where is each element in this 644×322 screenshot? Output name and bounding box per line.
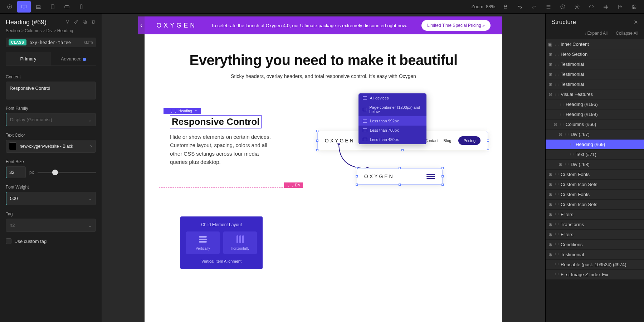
feature-div-selected[interactable]: ⋮⋮ Heading Responsive Control Hide or sh…: [159, 97, 303, 188]
tree-node[interactable]: ⊕⋮⋮Custom Fonts: [546, 190, 644, 199]
banner-collapse-icon[interactable]: ‹: [138, 16, 145, 34]
banner-logo: OXYGEN: [156, 22, 197, 29]
feature-heading[interactable]: Responsive Control: [170, 115, 262, 128]
viewport-tablet-landscape-button[interactable]: [60, 1, 74, 13]
undo-button[interactable]: [513, 1, 527, 13]
tree-node[interactable]: ⊖⋮⋮Visual Features: [546, 89, 644, 99]
tree-node[interactable]: ⊕⋮⋮Hero Section: [546, 49, 644, 59]
lock-button[interactable]: [499, 1, 512, 13]
canvas-page: ‹ OXYGEN To celebrate the launch of Oxyg…: [145, 16, 502, 322]
svg-rect-1: [22, 5, 26, 8]
font-weight-select[interactable]: 500⌄: [6, 192, 96, 205]
responsive-curve-icon: [335, 143, 371, 172]
hamburger-icon: [426, 174, 435, 179]
custom-tag-checkbox[interactable]: [6, 238, 11, 244]
grid-button[interactable]: [599, 1, 613, 13]
color-swatch[interactable]: [9, 142, 17, 150]
layout-vertical-option[interactable]: Vertically: [186, 231, 220, 254]
device-menu-item[interactable]: Less than 992px: [358, 116, 426, 126]
settings-button[interactable]: [570, 1, 584, 13]
layout-horizontal-option[interactable]: Horizontally: [223, 231, 257, 254]
tree-node[interactable]: ⊕⋮⋮Custom Icon Sets: [546, 180, 644, 189]
font-size-slider[interactable]: [38, 172, 96, 173]
text-color-label: Text Color: [6, 133, 96, 138]
mobile-nav-mockup[interactable]: OXYGEN: [357, 168, 443, 185]
tree-node[interactable]: ⋮⋮Text (#71): [546, 150, 644, 159]
feature-image-area[interactable]: All devices Page container (1200px) and …: [317, 97, 488, 188]
expand-all-button[interactable]: ↓Expand All: [585, 31, 608, 36]
structure-panel: Structure ✕ ↓Expand All ↑Collapse All ▣⋮…: [545, 14, 644, 322]
tree-node[interactable]: ⊕⋮⋮Transforms: [546, 220, 644, 229]
font-family-label: Font Family: [6, 106, 96, 111]
breadcrumb[interactable]: Section>Columns>Div>Heading: [6, 28, 96, 33]
device-menu-item[interactable]: Less than 480px: [358, 135, 426, 144]
tree-node[interactable]: ▣⋮⋮Inner Content: [546, 39, 644, 49]
structure-button[interactable]: [542, 1, 555, 13]
tree-node[interactable]: ⊕⋮⋮Testimonial: [546, 250, 644, 259]
class-name: oxy-header-three: [29, 40, 71, 45]
feature-text[interactable]: Hide or show elements on certain devices…: [170, 133, 274, 166]
div-label-badge[interactable]: ⋮⋮ Div: [284, 182, 303, 188]
tree-node[interactable]: ⊖⋮⋮Div (#67): [546, 130, 644, 139]
tree-node[interactable]: ⊕⋮⋮Testimonial: [546, 59, 644, 69]
zoom-label: Zoom: 88%: [472, 4, 496, 9]
layout-control-card[interactable]: Child Element Layout Vertically Horizont…: [180, 216, 263, 269]
code-button[interactable]: [585, 1, 598, 13]
device-menu-item[interactable]: All devices: [358, 93, 426, 103]
viewport-laptop-button[interactable]: [31, 1, 45, 13]
tree-node[interactable]: ⋮⋮Heading (#69): [546, 140, 644, 149]
banner-cta-button[interactable]: Limited Time Special Pricing »: [421, 20, 491, 31]
hero-title[interactable]: Everything you need to make it beautiful: [145, 52, 502, 68]
tab-advanced[interactable]: Advanced: [51, 52, 96, 65]
structure-tree: ▣⋮⋮Inner Content⊕⋮⋮Hero Section⊕⋮⋮Testim…: [546, 39, 644, 322]
tree-node[interactable]: ⊕⋮⋮Custom Icon Sets: [546, 200, 644, 209]
class-selector[interactable]: CLASS oxy-header-three state: [6, 38, 96, 47]
svg-rect-6: [504, 6, 507, 9]
tree-node[interactable]: ⋮⋮First Image Z Index Fix: [546, 270, 644, 279]
content-input[interactable]: Responsive Control: [6, 82, 96, 99]
tree-node[interactable]: ⋮⋮Heading (#199): [546, 109, 644, 119]
font-size-unit[interactable]: px: [29, 170, 34, 175]
tree-node[interactable]: ⊕⋮⋮Div (#68): [546, 160, 644, 169]
nav-logo-small: OXYGEN: [364, 174, 394, 179]
nav-pricing-button[interactable]: Pricing: [458, 136, 480, 145]
class-badge: CLASS: [9, 39, 26, 45]
clear-color-icon[interactable]: ×: [90, 144, 93, 149]
add-element-button[interactable]: [3, 1, 16, 13]
tree-node[interactable]: ⊖⋮⋮Columns (#66): [546, 119, 644, 129]
device-menu-item[interactable]: Page container (1200px) and below: [358, 103, 426, 116]
close-panel-icon[interactable]: ✕: [634, 19, 638, 25]
tree-node[interactable]: ⊕⋮⋮Testimonial: [546, 79, 644, 89]
viewport-tablet-button[interactable]: [46, 1, 59, 13]
tab-primary[interactable]: Primary: [6, 52, 51, 65]
font-family-select[interactable]: Display (Geomanist)⌄: [6, 113, 96, 126]
delete-icon[interactable]: [91, 19, 96, 25]
tree-node[interactable]: ⊕⋮⋮Custom Fonts: [546, 170, 644, 179]
tree-node[interactable]: ⊕⋮⋮Filters: [546, 210, 644, 219]
tree-node[interactable]: ⊕⋮⋮Conditions: [546, 240, 644, 249]
device-menu-item[interactable]: Less than 768px: [358, 126, 426, 135]
tree-node[interactable]: ⋮⋮Reusable (post: 103524) (#974): [546, 260, 644, 269]
svg-rect-5: [80, 5, 82, 9]
tree-node[interactable]: ⊕⋮⋮Filters: [546, 230, 644, 239]
tag-select[interactable]: h2⌄: [6, 219, 96, 232]
canvas-viewport[interactable]: ‹ OXYGEN To celebrate the launch of Oxyg…: [102, 14, 545, 322]
class-state[interactable]: state: [84, 40, 93, 45]
text-color-input[interactable]: new-oxygen-website - Black ×: [6, 140, 96, 153]
viewport-desktop-button[interactable]: [17, 1, 31, 13]
font-size-input[interactable]: [6, 166, 26, 178]
tree-node[interactable]: ⊕⋮⋮Testimonial: [546, 69, 644, 79]
viewport-mobile-button[interactable]: [74, 1, 88, 13]
save-button[interactable]: [628, 1, 641, 13]
duplicate-icon[interactable]: [82, 19, 87, 25]
wrap-icon[interactable]: [65, 19, 70, 25]
element-badge[interactable]: ⋮⋮ Heading: [164, 108, 201, 114]
collapse-all-button[interactable]: ↑Collapse All: [613, 31, 638, 36]
link-icon[interactable]: [74, 19, 79, 25]
back-to-wp-button[interactable]: [613, 1, 627, 13]
device-breakpoint-menu: All devices Page container (1200px) and …: [358, 93, 426, 144]
history-button[interactable]: [556, 1, 570, 13]
tree-node[interactable]: ⋮⋮Heading (#196): [546, 99, 644, 109]
hero-subtitle[interactable]: Sticky headers, overlay headers, and tot…: [145, 73, 502, 79]
redo-button[interactable]: [527, 1, 541, 13]
